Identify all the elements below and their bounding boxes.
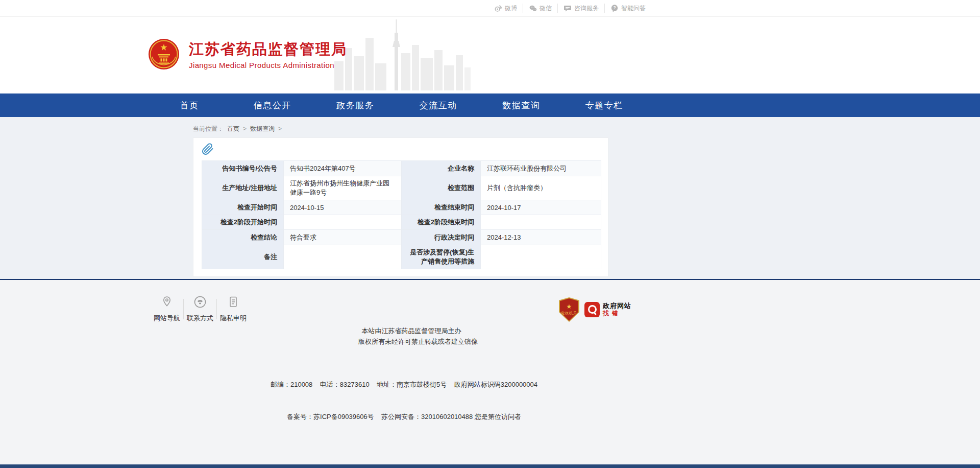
- breadcrumb-separator: >: [243, 125, 247, 132]
- footer-link-label: 网站导航: [154, 314, 180, 323]
- field-value: 符合要求: [284, 230, 402, 245]
- smart-qa-label: 智能问答: [621, 4, 646, 13]
- field-value: [284, 215, 402, 230]
- footer-divider: [216, 299, 217, 319]
- footer-copyright-text: 版权所有未经许可禁止转载或者建立镜像: [358, 338, 478, 345]
- nav-item-info-disclosure[interactable]: 信息公开: [231, 93, 314, 117]
- field-label: 是否涉及暂停(恢复)生产销售使用等措施: [402, 245, 481, 269]
- svg-text:?: ?: [613, 5, 616, 10]
- footer-line-2: 邮编：210008 电话：83273610 地址：南京市鼓楼街5号 政府网站标识…: [249, 379, 559, 390]
- inspection-detail-card: 告知书编号/公告号 告知书2024年第407号 企业名称 江苏联环药业股份有限公…: [193, 137, 608, 277]
- content-area: 当前位置： 首页 > 数据查询 > 告知书编号/公告号 告知书2024年第407…: [0, 117, 980, 279]
- smart-qa-icon: ?: [610, 4, 619, 12]
- footer-link-contact[interactable]: 联系方式: [184, 295, 216, 323]
- footer-badges: ★ 党政机关 政府网站 找错: [559, 297, 631, 322]
- weibo-icon: [494, 4, 502, 12]
- field-label: 行政决定时间: [402, 230, 481, 245]
- field-label: 企业名称: [402, 161, 481, 176]
- field-label: 检查范围: [402, 176, 481, 200]
- footer-link-privacy[interactable]: 隐私申明: [217, 295, 249, 323]
- field-label: 检查结论: [202, 230, 284, 245]
- field-label: 生产地址/注册地址: [202, 176, 284, 200]
- field-value: 2024-10-17: [481, 200, 601, 215]
- smart-qa-link[interactable]: ? 智能问答: [604, 4, 646, 13]
- table-row: 检查结论 符合要求 行政决定时间 2024-12-13: [202, 230, 601, 245]
- weibo-link[interactable]: 微博: [488, 4, 523, 13]
- breadcrumb: 当前位置： 首页 > 数据查询 >: [193, 123, 608, 134]
- field-value: 江苏联环药业股份有限公司: [481, 161, 601, 176]
- top-utility-bar: 微博 微信 咨询服务: [0, 0, 980, 17]
- wechat-label: 微信: [540, 4, 552, 13]
- table-row: 检查2阶段开始时间 检查2阶段结束时间: [202, 215, 601, 230]
- nav-item-data-query[interactable]: 数据查询: [480, 93, 563, 117]
- bottom-accent-bar: [0, 464, 980, 468]
- table-row: 备注 是否涉及暂停(恢复)生产销售使用等措施: [202, 245, 601, 269]
- field-value: [481, 245, 601, 269]
- nav-item-gov-services[interactable]: 政务服务: [314, 93, 397, 117]
- nav-item-interaction[interactable]: 交流互动: [397, 93, 480, 117]
- field-value: 告知书2024年第407号: [284, 161, 402, 176]
- footer-line-3: 备案号：苏ICP备09039606号 苏公网安备：32010602010488 …: [249, 411, 559, 422]
- footer-link-label: 隐私申明: [220, 314, 247, 323]
- footer-divider: [183, 299, 184, 319]
- table-row: 告知书编号/公告号 告知书2024年第407号 企业名称 江苏联环药业股份有限公…: [202, 161, 601, 176]
- find-badge-title: 政府网站: [603, 302, 631, 310]
- breadcrumb-separator: >: [278, 125, 282, 132]
- footer-link-label: 联系方式: [187, 314, 213, 323]
- field-label: 检查2阶段结束时间: [402, 215, 481, 230]
- table-row: 检查开始时间 2024-10-15 检查结束时间 2024-10-17: [202, 200, 601, 215]
- wechat-icon: [529, 4, 537, 12]
- national-emblem-icon: [148, 38, 180, 72]
- weibo-label: 微博: [505, 4, 517, 13]
- field-label: 检查2阶段开始时间: [202, 215, 284, 230]
- field-label: 备注: [202, 245, 284, 269]
- footer-text: 本站由江苏省药品监督管理局主办 版权所有未经许可禁止转载或者建立镜像 邮编：21…: [249, 293, 559, 443]
- field-value: [284, 245, 402, 269]
- inspection-detail-table: 告知书编号/公告号 告知书2024年第407号 企业名称 江苏联环药业股份有限公…: [202, 160, 601, 269]
- nav-item-home[interactable]: 首页: [148, 93, 231, 117]
- wechat-link[interactable]: 微信: [523, 4, 557, 13]
- badge-star-icon: ★: [567, 303, 572, 310]
- breadcrumb-prefix: 当前位置：: [193, 125, 224, 133]
- field-label: 检查开始时间: [202, 200, 284, 215]
- consult-service-label: 咨询服务: [574, 4, 599, 13]
- map-pin-icon: [160, 295, 174, 310]
- document-icon: [227, 295, 240, 310]
- breadcrumb-link-data-query[interactable]: 数据查询: [250, 125, 275, 133]
- nav-item-special-topics[interactable]: 专题专栏: [563, 93, 646, 117]
- field-value: 片剂（含抗肿瘤类）: [481, 176, 601, 200]
- field-value: 2024-12-13: [481, 230, 601, 245]
- find-badge-subtitle: 找错: [603, 310, 631, 317]
- party-gov-badge[interactable]: ★ 党政机关: [559, 297, 579, 322]
- paperclip-icon: [202, 143, 214, 157]
- footer-line-1: 本站由江苏省药品监督管理局主办 版权所有未经许可禁止转载或者建立镜像: [249, 315, 559, 358]
- site-title: 江苏省药品监督管理局: [189, 41, 347, 58]
- consult-service-link[interactable]: 咨询服务: [557, 4, 604, 13]
- site-footer: 网站导航 联系方式: [0, 279, 980, 464]
- phone-icon: [193, 295, 207, 310]
- magnifier-icon: [584, 302, 600, 317]
- party-gov-badge-label: 党政机关: [561, 311, 577, 316]
- site-header: 江苏省药品监督管理局 Jiangsu Medical Products Admi…: [0, 17, 980, 93]
- site-logo[interactable]: 江苏省药品监督管理局 Jiangsu Medical Products Admi…: [148, 38, 347, 72]
- gov-site-error-report-badge[interactable]: 政府网站 找错: [584, 302, 631, 317]
- field-label: 告知书编号/公告号: [202, 161, 284, 176]
- footer-link-sitemap[interactable]: 网站导航: [151, 295, 183, 323]
- site-subtitle: Jiangsu Medical Products Administration: [189, 61, 347, 69]
- field-value: 江苏省扬州市扬州生物健康产业园健康一路9号: [284, 176, 402, 200]
- field-label: 检查结束时间: [402, 200, 481, 215]
- field-value: [481, 215, 601, 230]
- table-row: 生产地址/注册地址 江苏省扬州市扬州生物健康产业园健康一路9号 检查范围 片剂（…: [202, 176, 601, 200]
- footer-host-text: 本站由江苏省药品监督管理局主办: [361, 327, 461, 335]
- city-skyline-decoration: [334, 17, 472, 92]
- breadcrumb-link-home[interactable]: 首页: [227, 125, 239, 133]
- consult-service-icon: [564, 4, 572, 12]
- footer-links: 网站导航 联系方式: [151, 295, 249, 323]
- main-nav: 首页 信息公开 政务服务 交流互动 数据查询 专题专栏: [0, 93, 980, 117]
- field-value: 2024-10-15: [284, 200, 402, 215]
